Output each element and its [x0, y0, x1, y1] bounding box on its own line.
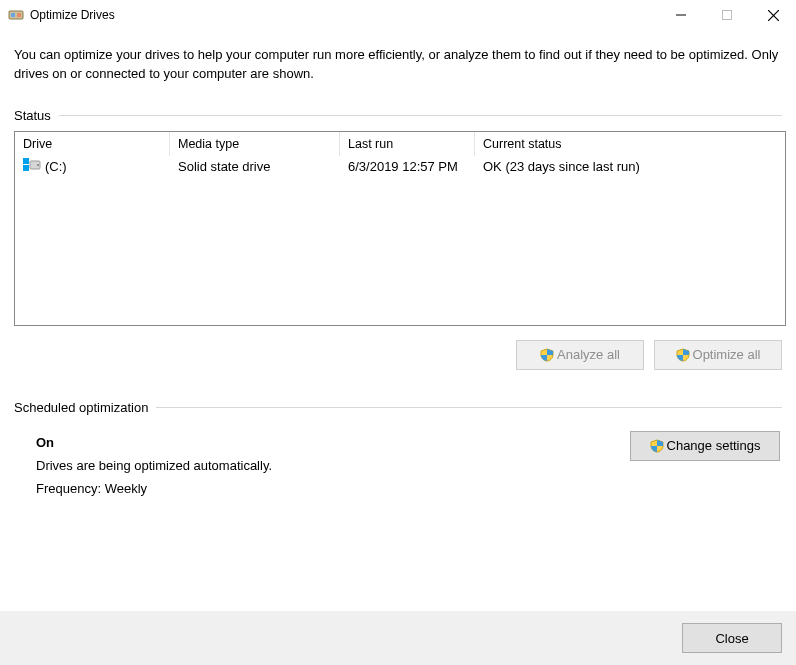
- sched-state: On: [36, 431, 630, 454]
- analyze-all-label: Analyze all: [557, 347, 620, 362]
- svg-rect-4: [723, 11, 732, 20]
- drive-list[interactable]: Drive Media type Last run Current status…: [14, 131, 786, 326]
- col-drive[interactable]: Drive: [15, 132, 170, 156]
- status-section-header: Status: [14, 108, 782, 123]
- change-settings-button[interactable]: Change settings: [630, 431, 780, 461]
- svg-rect-7: [23, 158, 29, 164]
- analyze-all-button: Analyze all: [516, 340, 644, 370]
- drive-row[interactable]: (C:) Solid state drive 6/3/2019 12:57 PM…: [15, 156, 785, 178]
- shield-icon: [540, 348, 554, 362]
- sched-freq: Frequency: Weekly: [36, 477, 630, 500]
- titlebar: Optimize Drives: [0, 0, 796, 30]
- app-icon: [8, 7, 24, 23]
- footer: Close: [0, 611, 796, 665]
- window-title: Optimize Drives: [30, 8, 115, 22]
- svg-rect-2: [17, 13, 21, 17]
- col-lastrun[interactable]: Last run: [340, 132, 475, 156]
- shield-icon: [650, 439, 664, 453]
- shield-icon: [676, 348, 690, 362]
- maximize-button: [704, 0, 750, 30]
- drive-list-header: Drive Media type Last run Current status: [15, 132, 785, 156]
- optimize-all-label: Optimize all: [693, 347, 761, 362]
- status-label: Status: [14, 108, 59, 123]
- close-window-button[interactable]: [750, 0, 796, 30]
- drive-status: OK (23 days since last run): [475, 159, 785, 174]
- close-button[interactable]: Close: [682, 623, 782, 653]
- col-media[interactable]: Media type: [170, 132, 340, 156]
- optimize-all-button: Optimize all: [654, 340, 782, 370]
- sched-desc: Drives are being optimized automatically…: [36, 454, 630, 477]
- svg-rect-1: [11, 13, 15, 17]
- sched-section-label: Scheduled optimization: [14, 400, 156, 415]
- drive-name: (C:): [45, 159, 67, 174]
- svg-point-10: [37, 164, 39, 166]
- drive-lastrun: 6/3/2019 12:57 PM: [340, 159, 475, 174]
- minimize-button[interactable]: [658, 0, 704, 30]
- close-label: Close: [715, 631, 748, 646]
- intro-text: You can optimize your drives to help you…: [14, 46, 782, 84]
- col-status[interactable]: Current status: [475, 132, 785, 156]
- drive-icon: [23, 158, 41, 175]
- sched-section-header: Scheduled optimization: [14, 400, 782, 415]
- svg-rect-8: [23, 165, 29, 171]
- drive-media: Solid state drive: [170, 159, 340, 174]
- change-settings-label: Change settings: [667, 438, 761, 453]
